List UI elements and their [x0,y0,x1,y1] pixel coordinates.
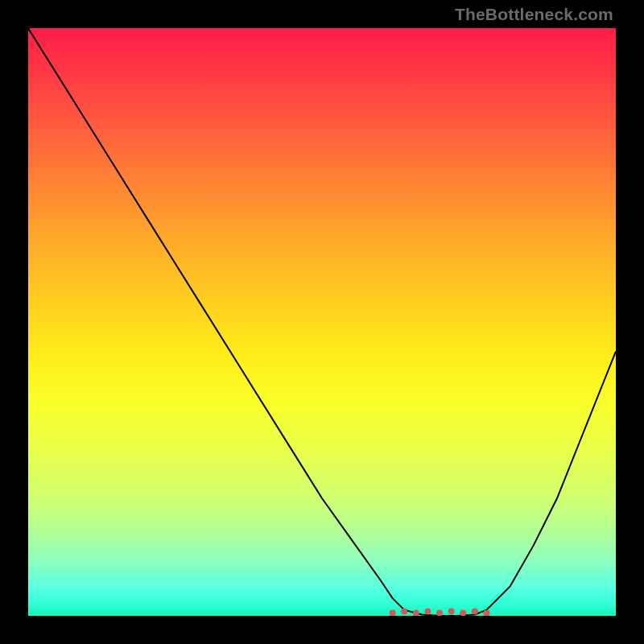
curve-svg [28,28,616,616]
bottleneck-curve [28,28,616,616]
chart-container: TheBottleneck.com [0,0,644,644]
valley-marker-dot [390,610,396,616]
valley-marker-dot [460,610,466,616]
valley-markers [390,609,490,616]
plot-area [28,28,616,616]
valley-marker-dot [413,610,419,616]
valley-marker-dot [401,609,407,615]
valley-marker-dot [448,609,455,615]
valley-marker-dot [424,609,431,615]
valley-marker-dot [472,609,478,615]
watermark-text: TheBottleneck.com [455,5,613,24]
valley-marker-dot [436,610,443,616]
